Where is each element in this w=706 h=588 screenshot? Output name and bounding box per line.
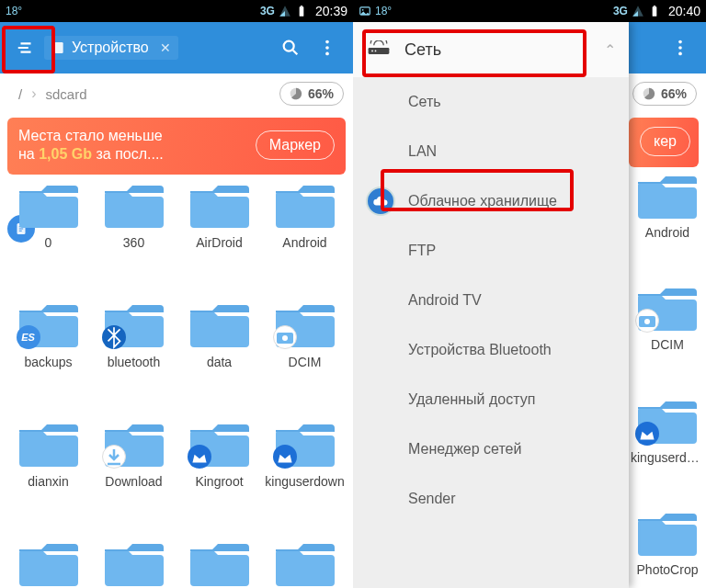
drawer-item-ftp[interactable]: FTP bbox=[353, 226, 629, 276]
pie-icon bbox=[643, 87, 655, 100]
folder-obb[interactable]: obb bbox=[176, 500, 262, 588]
drawer-item-android-tv[interactable]: Android TV bbox=[353, 276, 629, 325]
folder-label: PhotoCrop bbox=[631, 563, 704, 577]
battery-icon bbox=[295, 5, 308, 17]
svg-point-10 bbox=[282, 335, 288, 341]
folder-dianxin[interactable]: dianxin bbox=[6, 380, 91, 500]
drawer-item-label: Sender bbox=[408, 491, 456, 507]
svg-rect-0 bbox=[300, 6, 304, 16]
status-bar: 18° 3G 20:40 bbox=[353, 0, 706, 22]
svg-rect-21 bbox=[369, 48, 390, 54]
folder-dcim[interactable]: DCIM bbox=[629, 251, 706, 364]
signal-icon bbox=[279, 5, 291, 17]
svg-point-6 bbox=[325, 52, 329, 56]
drawer-item-sender[interactable]: Sender bbox=[353, 474, 629, 524]
svg-point-22 bbox=[371, 51, 373, 52]
crumb-root[interactable]: / bbox=[9, 86, 31, 102]
folder-kingroot[interactable]: Kingroot bbox=[176, 380, 262, 500]
drawer-item-label: Удаленный доступ bbox=[408, 391, 535, 408]
drawer-item-менеджер-сетей[interactable]: Менеджер сетей bbox=[353, 424, 629, 474]
folder-label: kinguserdown bbox=[631, 451, 704, 465]
chevron-up-icon: ⌃ bbox=[604, 41, 616, 59]
storage-indicator[interactable]: 66% bbox=[279, 82, 344, 106]
tab-device[interactable]: Устройство ✕ bbox=[44, 36, 178, 60]
folder-media[interactable]: Media bbox=[6, 500, 91, 588]
signal-icon bbox=[632, 5, 644, 17]
svg-rect-14 bbox=[654, 6, 655, 6]
svg-point-20 bbox=[644, 319, 650, 324]
folder-label: Android bbox=[265, 235, 346, 250]
folder-icon bbox=[637, 396, 698, 444]
image-icon bbox=[359, 5, 371, 17]
clock: 20:39 bbox=[315, 4, 347, 18]
svg-point-16 bbox=[678, 46, 682, 50]
svg-point-3 bbox=[284, 41, 294, 51]
overflow-button[interactable] bbox=[662, 29, 699, 66]
folder-grid: 0360AirDroidAndroidESbackupsbluetoothdat… bbox=[0, 138, 353, 588]
drawer-item-label: Менеджер сетей bbox=[408, 441, 521, 458]
folder-icon bbox=[637, 508, 698, 556]
search-button[interactable] bbox=[272, 29, 309, 66]
right-screenshot: 18° 3G 20:40 66% кер AndroidDCIMkinguse bbox=[353, 0, 706, 588]
drawer-item-label: Облачное хранилище bbox=[408, 193, 557, 209]
temp-indicator: 18° bbox=[6, 5, 22, 17]
menu-button[interactable] bbox=[7, 29, 44, 66]
drawer-item-устройства-bluetooth[interactable]: Устройства Bluetooth bbox=[353, 325, 629, 375]
svg-point-5 bbox=[325, 46, 329, 50]
drawer-item-сеть[interactable]: Сеть bbox=[353, 77, 629, 127]
drawer-header-label: Сеть bbox=[404, 40, 441, 60]
folder-icon bbox=[275, 419, 336, 467]
svg-point-17 bbox=[678, 52, 682, 56]
tab-close-icon[interactable]: ✕ bbox=[154, 40, 171, 55]
folder-icon bbox=[189, 419, 250, 467]
drawer-item-lan[interactable]: LAN bbox=[353, 127, 629, 176]
folder-bluetooth[interactable]: bluetooth bbox=[91, 261, 176, 380]
overflow-button[interactable] bbox=[309, 29, 346, 66]
folder-data[interactable]: data bbox=[176, 261, 262, 380]
folder-icon bbox=[275, 180, 336, 228]
folder-backups[interactable]: ESbackups bbox=[6, 261, 91, 380]
storage-indicator[interactable]: 66% bbox=[632, 82, 697, 106]
folder-0[interactable]: 0 bbox=[6, 141, 91, 261]
folder-icon bbox=[104, 180, 165, 228]
drawer-item-облачное-хранилище[interactable]: Облачное хранилище bbox=[353, 176, 629, 226]
folder-icon bbox=[275, 538, 336, 586]
status-bar: 18° 3G 20:39 bbox=[0, 0, 353, 22]
drawer-item-удаленный-доступ[interactable]: Удаленный доступ bbox=[353, 375, 629, 424]
folder-android[interactable]: Android bbox=[262, 141, 347, 261]
folder-grid-peek: AndroidDCIMkinguserdownPhotoCrop bbox=[629, 138, 706, 588]
folder-icon: ES bbox=[18, 300, 79, 347]
crumb-sdcard[interactable]: sdcard bbox=[37, 86, 97, 102]
folder-label: 0 bbox=[8, 235, 89, 250]
folder-icon bbox=[18, 538, 79, 586]
folder-mob[interactable]: Mob bbox=[91, 500, 176, 588]
folder-photocrop[interactable]: PhotoCrop bbox=[629, 476, 706, 589]
folder-dcim[interactable]: DCIM bbox=[262, 261, 347, 380]
folder-kinguserdown[interactable]: kinguserdown bbox=[262, 380, 347, 500]
storage-pct: 66% bbox=[308, 86, 334, 101]
folder-label: AirDroid bbox=[179, 235, 260, 250]
folder-label: DCIM bbox=[265, 355, 346, 369]
network-indicator: 3G bbox=[613, 5, 628, 17]
folder-download[interactable]: Download bbox=[91, 380, 176, 500]
folder-airdroid[interactable]: AirDroid bbox=[176, 141, 262, 261]
folder-360[interactable]: 360 bbox=[91, 141, 176, 261]
drawer-item-label: Устройства Bluetooth bbox=[408, 342, 552, 358]
folder-kinguserdown[interactable]: kinguserdown bbox=[629, 363, 706, 476]
folder-photocrop[interactable]: PhotoCrop bbox=[262, 500, 347, 588]
svg-point-23 bbox=[375, 51, 377, 52]
nav-drawer: Сеть ⌃ СетьLANОблачное хранилищеFTPAndro… bbox=[353, 22, 629, 588]
svg-rect-1 bbox=[301, 6, 302, 6]
drawer-header-network[interactable]: Сеть ⌃ bbox=[353, 22, 629, 77]
folder-icon bbox=[637, 171, 698, 219]
svg-point-4 bbox=[325, 40, 329, 44]
folder-android[interactable]: Android bbox=[629, 138, 706, 251]
drawer-item-label: LAN bbox=[408, 143, 437, 160]
clock: 20:40 bbox=[668, 4, 700, 18]
folder-label: Kingroot bbox=[179, 474, 260, 489]
folder-label: bluetooth bbox=[94, 355, 175, 369]
folder-icon bbox=[104, 419, 165, 467]
folder-icon bbox=[189, 538, 250, 586]
drawer-item-label: Сеть bbox=[408, 94, 441, 110]
folder-icon bbox=[104, 300, 165, 347]
